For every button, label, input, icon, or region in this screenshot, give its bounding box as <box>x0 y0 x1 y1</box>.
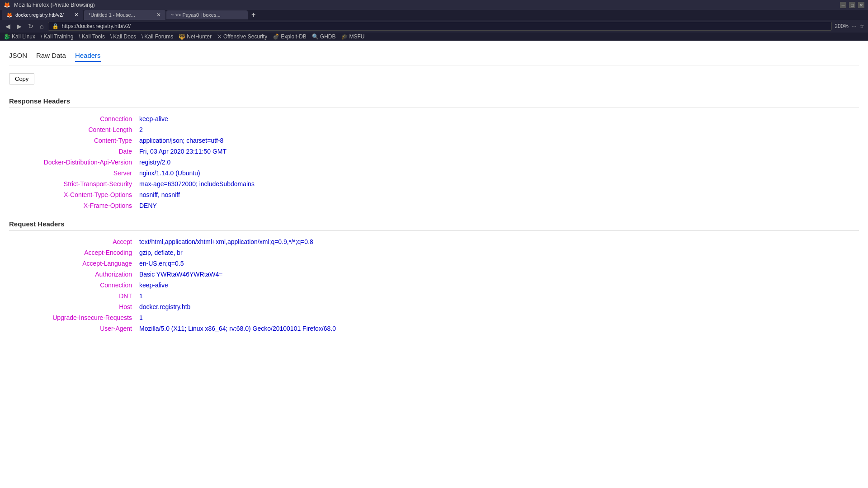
table-row: Server nginx/1.14.0 (Ubuntu) <box>9 168 859 178</box>
tab-json[interactable]: JSON <box>9 50 27 62</box>
request-headers-title: Request Headers <box>9 220 859 231</box>
reload-button[interactable]: ↻ <box>26 22 35 31</box>
header-value: nginx/1.14.0 (Ubuntu) <box>136 168 859 178</box>
header-value: max-age=63072000; includeSubdomains <box>136 178 859 189</box>
title-bar: 🦊 Mozilla Firefox (Private Browsing) ─ □… <box>0 0 868 10</box>
header-value: keep-alive <box>136 280 859 291</box>
copy-button[interactable]: Copy <box>9 73 34 84</box>
address-bar[interactable]: 🔒 https://docker.registry.htb/v2/ <box>48 22 832 31</box>
bookmark-ghdb[interactable]: 🔍 GHDB <box>312 33 336 40</box>
table-row: Docker-Distribution-Api-Version registry… <box>9 157 859 168</box>
table-row: Accept text/html,application/xhtml+xml,a… <box>9 236 859 247</box>
header-value: gzip, deflate, br <box>136 247 859 258</box>
header-value: 2 <box>136 124 859 135</box>
content-area: JSON Raw Data Headers Copy Response Head… <box>0 41 868 344</box>
menu-icon[interactable]: ⋯ <box>851 23 857 29</box>
bookmark-kali-tools[interactable]: \ Kali Tools <box>79 33 104 40</box>
header-name: DNT <box>9 291 136 301</box>
maximize-button[interactable]: □ <box>849 2 855 8</box>
tab-3-label: ~ >> Payas0 | boxes... <box>171 12 221 18</box>
header-value: application/json; charset=utf-8 <box>136 135 859 146</box>
tab-3[interactable]: ~ >> Payas0 | boxes... <box>166 10 248 19</box>
header-name: Accept-Language <box>9 258 136 269</box>
header-value: keep-alive <box>136 113 859 124</box>
tab-2[interactable]: *Untitled 1 - Mouse... ✕ <box>84 10 165 20</box>
header-value: text/html,application/xhtml+xml,applicat… <box>136 236 859 247</box>
request-headers-section: Request Headers Accept text/html,applica… <box>9 220 859 334</box>
table-row: Content-Length 2 <box>9 124 859 135</box>
table-row: Content-Type application/json; charset=u… <box>9 135 859 146</box>
bookmarks-bar: 🐉 Kali Linux \ Kali Training \ Kali Tool… <box>0 33 868 41</box>
header-name: Accept-Encoding <box>9 247 136 258</box>
header-name: Docker-Distribution-Api-Version <box>9 157 136 168</box>
nav-right-icons: 200% ⋯ ☆ <box>835 23 864 29</box>
bookmark-kali-linux[interactable]: 🐉 Kali Linux <box>4 33 35 40</box>
nav-bar: ◀ ▶ ↻ ⌂ 🔒 https://docker.registry.htb/v2… <box>0 20 868 33</box>
header-value: registry/2.0 <box>136 157 859 168</box>
tab-2-close[interactable]: ✕ <box>156 12 161 18</box>
table-row: Host docker.registry.htb <box>9 301 859 312</box>
header-name: X-Frame-Options <box>9 200 136 211</box>
table-row: X-Frame-Options DENY <box>9 200 859 211</box>
bookmark-kali-training[interactable]: \ Kali Training <box>41 33 73 40</box>
header-value: DENY <box>136 200 859 211</box>
header-name: Accept <box>9 236 136 247</box>
forward-button[interactable]: ▶ <box>15 22 24 31</box>
header-name: Connection <box>9 280 136 291</box>
bookmark-msfu[interactable]: 🎓 MSFU <box>341 33 365 40</box>
browser-icon: 🦊 <box>4 2 10 8</box>
bookmark-kali-docs[interactable]: \ Kali Docs <box>110 33 136 40</box>
header-name: Content-Type <box>9 135 136 146</box>
tab-1-close[interactable]: ✕ <box>74 12 79 18</box>
header-value: 1 <box>136 312 859 323</box>
header-value: Mozilla/5.0 (X11; Linux x86_64; rv:68.0)… <box>136 323 859 334</box>
bookmark-offensive-security[interactable]: ⚔ Offensive Security <box>217 33 267 40</box>
table-row: Date Fri, 03 Apr 2020 23:11:50 GMT <box>9 146 859 157</box>
header-name: Date <box>9 146 136 157</box>
response-headers-table: Connection keep-alive Content-Length 2 C… <box>9 113 859 211</box>
header-name: Content-Length <box>9 124 136 135</box>
table-row: Accept-Language en-US,en;q=0.5 <box>9 258 859 269</box>
header-name: Upgrade-Insecure-Requests <box>9 312 136 323</box>
header-value: nosniff, nosniff <box>136 189 859 200</box>
header-name: User-Agent <box>9 323 136 334</box>
table-row: Connection keep-alive <box>9 280 859 291</box>
minimize-button[interactable]: ─ <box>840 2 846 8</box>
header-name: Connection <box>9 113 136 124</box>
table-row: Accept-Encoding gzip, deflate, br <box>9 247 859 258</box>
tab-1[interactable]: 🦊 docker.registry.htb/v2/ ✕ <box>2 10 83 20</box>
header-value: en-US,en;q=0.5 <box>136 258 859 269</box>
home-button[interactable]: ⌂ <box>38 22 45 31</box>
back-button[interactable]: ◀ <box>4 22 12 31</box>
header-name: Authorization <box>9 269 136 280</box>
close-button[interactable]: ✕ <box>858 2 864 8</box>
lock-icon: 🔒 <box>52 23 59 29</box>
table-row: Connection keep-alive <box>9 113 859 124</box>
bookmark-kali-forums[interactable]: \ Kali Forums <box>142 33 173 40</box>
url-text: https://docker.registry.htb/v2/ <box>61 23 131 29</box>
tab-headers[interactable]: Headers <box>75 50 101 62</box>
new-tab-button[interactable]: + <box>249 10 258 20</box>
header-name: Strict-Transport-Security <box>9 178 136 189</box>
tab-2-label: *Untitled 1 - Mouse... <box>89 12 135 18</box>
tab-1-icon: 🦊 <box>6 12 13 18</box>
table-row: Strict-Transport-Security max-age=630720… <box>9 178 859 189</box>
header-value: docker.registry.htb <box>136 301 859 312</box>
header-value: Fri, 03 Apr 2020 23:11:50 GMT <box>136 146 859 157</box>
bookmark-exploit-db[interactable]: 💣 Exploit-DB <box>273 33 307 40</box>
header-name: X-Content-Type-Options <box>9 189 136 200</box>
window-controls: ─ □ ✕ <box>840 2 864 8</box>
response-headers-section: Response Headers Connection keep-alive C… <box>9 97 859 211</box>
table-row: Upgrade-Insecure-Requests 1 <box>9 312 859 323</box>
table-row: X-Content-Type-Options nosniff, nosniff <box>9 189 859 200</box>
table-row: DNT 1 <box>9 291 859 301</box>
response-headers-title: Response Headers <box>9 97 859 108</box>
bookmark-star-icon[interactable]: ☆ <box>859 23 864 29</box>
tab-1-label: docker.registry.htb/v2/ <box>15 12 64 18</box>
request-headers-table: Accept text/html,application/xhtml+xml,a… <box>9 236 859 334</box>
tab-raw-data[interactable]: Raw Data <box>36 50 66 62</box>
header-value: Basic YWRtaW46YWRtaW4= <box>136 269 859 280</box>
header-name: Server <box>9 168 136 178</box>
bookmark-nethunter[interactable]: 🔱 NetHunter <box>179 33 212 40</box>
table-row: User-Agent Mozilla/5.0 (X11; Linux x86_6… <box>9 323 859 334</box>
